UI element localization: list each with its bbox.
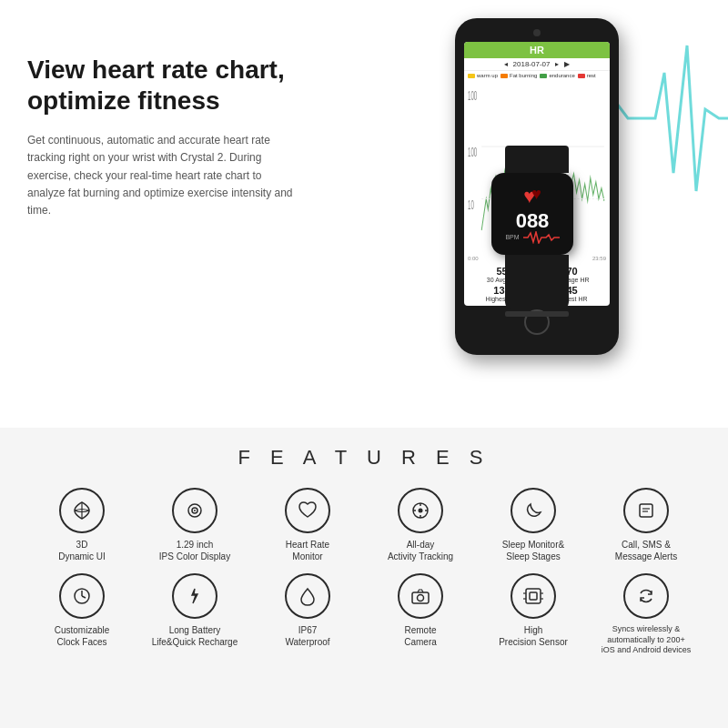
watch-mockup: ♥ ♥ 088 BPM: [491, 146, 573, 317]
play-icon: ▶: [564, 60, 570, 68]
legend-fatburn: Fat burning: [500, 73, 537, 78]
svg-rect-15: [640, 504, 652, 517]
legend-rest: rest: [578, 73, 596, 78]
legend-dot-warmup: [468, 74, 475, 78]
sync-icon: [634, 584, 658, 608]
feature-waterproof: IP67Waterproof: [253, 573, 362, 656]
svg-point-8: [194, 510, 196, 511]
clock-icon: [70, 584, 94, 608]
feature-heartrate: Heart RateMonitor: [253, 488, 362, 562]
svg-point-22: [418, 595, 424, 602]
legend-label-endurance: endurance: [549, 73, 574, 78]
svg-text:100: 100: [468, 146, 477, 160]
phone-date: 2018-07-07: [513, 60, 551, 68]
legend-label-warmup: warm up: [477, 73, 498, 78]
feature-icon-waterproof: [285, 573, 330, 619]
feature-label-calls: Call, SMS &Message Alerts: [615, 539, 677, 562]
feature-activity: All-dayActivity Tracking: [366, 488, 475, 562]
chevron-left-icon: ◂: [504, 60, 508, 68]
phone-camera: [533, 29, 541, 36]
sensor-icon: [521, 584, 545, 608]
feature-label-waterproof: IP67Waterproof: [285, 624, 329, 648]
feature-label-sensor: HighPrecision Sensor: [499, 624, 568, 648]
feature-camera: RemoteCamera: [366, 573, 475, 656]
left-content: View heart rate chart,optimize fitness G…: [27, 27, 300, 419]
chevron-right-icon: ▸: [555, 60, 559, 68]
feature-icon-sync: [623, 573, 669, 619]
legend-dot-endurance: [540, 74, 547, 78]
watch-unit: BPM: [505, 234, 519, 240]
legend-label-fatburn: Fat burning: [510, 73, 537, 78]
feature-display: 1.29 inchIPS Color Display: [140, 488, 249, 562]
svg-point-10: [419, 509, 423, 513]
feature-icon-calls: [623, 488, 669, 533]
watch-hearts: ♥ ♥: [523, 185, 541, 208]
feature-icon-display: [172, 488, 217, 533]
legend-dot-rest: [578, 74, 585, 78]
feature-label-activity: All-dayActivity Tracking: [388, 539, 453, 562]
feature-label-clock: CustomizableClock Faces: [55, 624, 110, 648]
feature-label-battery: Long BatteryLife&Quick Recharge: [152, 624, 238, 648]
feature-icon-3d: [59, 488, 105, 533]
phone-legend: warm up Fat burning endurance rest: [464, 71, 610, 80]
feature-label-sync: Syncs wirelessly &automatically to 200+i…: [602, 624, 692, 656]
feature-label-camera: RemoteCamera: [404, 624, 437, 648]
heart-icon-dark: ♥: [531, 185, 541, 208]
headline: View heart rate chart,optimize fitness: [27, 55, 300, 116]
svg-rect-23: [526, 589, 541, 603]
camera-icon: [409, 584, 432, 608]
feature-icon-heartrate: [285, 488, 330, 533]
description: Get continuous, automatic and accurate h…: [27, 132, 300, 219]
features-section: F E A T U R E S 3DDynamic UI: [0, 428, 728, 728]
feature-icon-clock: [59, 573, 105, 619]
battery-icon: [183, 584, 207, 608]
ecg-small: [523, 231, 560, 244]
svg-text:100: 100: [468, 88, 477, 103]
watch-body: ♥ ♥ 088 BPM: [491, 173, 573, 255]
feature-icon-sleep: [511, 488, 556, 533]
legend-dot-fatburn: [500, 74, 508, 78]
watch-bpm: 088: [516, 211, 550, 231]
features-grid-row2: CustomizableClock Faces Long BatteryLife…: [27, 573, 701, 656]
calls-icon: [634, 499, 658, 522]
feature-icon-battery: [172, 573, 217, 619]
feature-sleep: Sleep Monitor&Sleep Stages: [479, 488, 588, 562]
feature-label-display: 1.29 inchIPS Color Display: [159, 539, 230, 562]
waterproof-icon: [296, 584, 319, 608]
phone-date-row: ◂ 2018-07-07 ▸ ▶: [464, 58, 610, 71]
activity-icon: [409, 499, 432, 522]
watch-bpm-ecg: BPM: [505, 231, 559, 244]
page: View heart rate chart,optimize fitness G…: [0, 0, 728, 728]
svg-text:10: 10: [468, 197, 474, 212]
feature-calls: Call, SMS &Message Alerts: [592, 488, 701, 562]
feature-icon-sensor: [511, 573, 556, 619]
display-icon: [183, 499, 207, 522]
svg-rect-24: [530, 592, 537, 600]
feature-label-sleep: Sleep Monitor&Sleep Stages: [502, 539, 564, 562]
time-end: 23:59: [592, 256, 606, 261]
heartrate-icon: [296, 499, 319, 522]
feature-icon-camera: [398, 573, 443, 619]
watch-band-bottom: [505, 255, 569, 309]
features-grid-row1: 3DDynamic UI 1.29 inchIPS Color Display: [27, 488, 701, 562]
feature-label-3d: 3DDynamic UI: [58, 539, 106, 562]
features-title: F E A T U R E S: [27, 446, 701, 470]
legend-endurance: endurance: [540, 73, 574, 78]
feature-clock: CustomizableClock Faces: [27, 573, 136, 656]
feature-sensor: HighPrecision Sensor: [479, 573, 588, 656]
phone-header: HR: [464, 42, 610, 58]
sleep-icon: [521, 499, 545, 522]
legend-warmup: warm up: [468, 73, 498, 78]
time-start: 0:00: [468, 256, 479, 261]
feature-icon-activity: [398, 488, 443, 533]
feature-battery: Long BatteryLife&Quick Recharge: [140, 573, 249, 656]
svg-line-20: [82, 596, 86, 598]
3d-icon: [70, 499, 94, 522]
feature-3d-ui: 3DDynamic UI: [27, 488, 136, 562]
feature-label-heartrate: Heart RateMonitor: [286, 539, 329, 562]
legend-label-rest: rest: [587, 73, 596, 78]
feature-sync: Syncs wirelessly &automatically to 200+i…: [592, 573, 701, 656]
top-section: View heart rate chart,optimize fitness G…: [0, 0, 728, 428]
watch-band-clasp: [505, 311, 569, 317]
watch-band-top: [505, 146, 569, 173]
